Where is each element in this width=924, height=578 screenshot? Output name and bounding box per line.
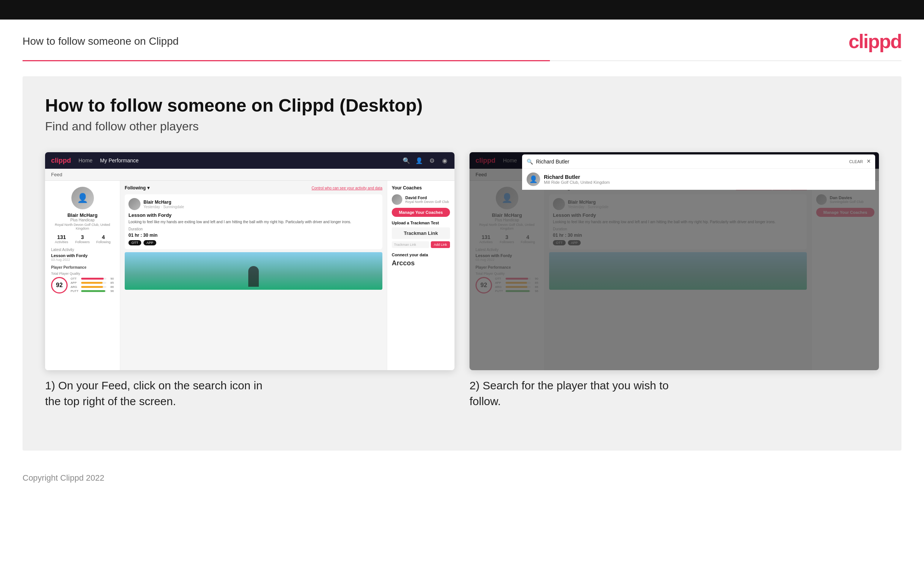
add-link-button[interactable]: Add Link (431, 241, 450, 248)
following-row: Following ▾ Control who can see your act… (125, 185, 382, 190)
profile-club: Royal North Devon Golf Club, United King… (51, 223, 114, 231)
control-link[interactable]: Control who can see your activity and da… (312, 186, 382, 190)
nav-my-performance[interactable]: My Performance (100, 157, 139, 164)
coach-info: David Ford Royal North Devon Golf Club (405, 195, 449, 204)
profile-avatar: 👤 (71, 187, 94, 209)
search-bar-overlay: 🔍 Richard Butler CLEAR × 👤 Richard Butle… (522, 154, 875, 190)
trackman-box: Trackman Link (392, 227, 450, 239)
coach-name: David Ford (405, 195, 449, 200)
search-icon-overlay: 🔍 (527, 159, 533, 165)
app-nav-1: clippd Home My Performance 🔍 👤 ⚙ ◉ (45, 152, 455, 169)
coach-avatar (392, 194, 402, 205)
search-icon[interactable]: 🔍 (403, 157, 410, 164)
post-tags: OTT APP (128, 240, 379, 245)
bar-app: APP 85 (71, 281, 114, 284)
result-club: Mill Ride Golf Club, United Kingdom (544, 180, 610, 185)
page-breadcrumb: How to follow someone on Clippd (23, 35, 179, 47)
connect-section: Connect your data Arccos (392, 253, 450, 267)
tpq-circle: 92 (51, 277, 68, 294)
arccos-brand: Arccos (392, 259, 450, 267)
mock-app-2: clippd Home My Performance 🔍 👤 ⚙ ◉ Feed … (469, 152, 879, 370)
bar-putt: PUTT 96 (71, 289, 114, 293)
feed-tab[interactable]: Feed (45, 169, 455, 181)
profile-stats: 131 Activities 3 Followers 4 Following (51, 234, 114, 244)
post-body: Looking to feel like my hands are exitin… (128, 219, 379, 225)
post-title: Lesson with Fordy (128, 212, 379, 218)
page-heading: How to follow someone on Clippd (Desktop… (45, 95, 879, 116)
activity-name: Lesson with Fordy (51, 253, 114, 258)
header-divider (23, 60, 901, 61)
app-main-1: Following ▾ Control who can see your act… (120, 181, 387, 370)
coach-item: David Ford Royal North Devon Golf Club (392, 194, 450, 205)
nav-icons: 🔍 👤 ⚙ ◉ (403, 157, 448, 164)
tpq-bars: OTT 90 APP 85 (71, 277, 114, 294)
screenshot-1-col: clippd Home My Performance 🔍 👤 ⚙ ◉ Feed (45, 152, 455, 409)
manage-coaches-button[interactable]: Manage Your Coaches (392, 208, 450, 217)
player-perf-label: Player Performance (51, 265, 114, 270)
nav-home[interactable]: Home (79, 157, 92, 164)
caption-2: 2) Search for the player that you wish t… (469, 378, 695, 409)
duration-value: 01 hr : 30 min (128, 233, 379, 238)
post-meta: Yesterday · Sunningdale (144, 205, 184, 209)
golfer-silhouette (248, 266, 259, 287)
footer: Copyright Clippd 2022 (0, 466, 924, 490)
tag-app: APP (144, 240, 156, 245)
screenshot-2-col: clippd Home My Performance 🔍 👤 ⚙ ◉ Feed … (469, 152, 879, 409)
upload-section: Upload a Trackman Test Trackman Link Tra… (392, 221, 450, 248)
profile-name: Blair McHarg (51, 212, 114, 218)
app-right-1: Your Coaches David Ford Royal North Devo… (387, 181, 455, 370)
coaches-title: Your Coaches (392, 185, 450, 190)
coach-club: Royal North Devon Golf Club (405, 200, 449, 204)
clippd-logo: clippd (848, 30, 901, 53)
post-avatar (128, 198, 141, 210)
copyright-text: Copyright Clippd 2022 (23, 473, 104, 482)
golf-image (125, 252, 382, 290)
stat-following: 4 Following (93, 234, 114, 244)
result-name: Richard Butler (544, 174, 610, 180)
app-body-1: 👤 Blair McHarg Plus Handicap Royal North… (45, 181, 455, 370)
upload-title: Upload a Trackman Test (392, 221, 450, 225)
activity-date: 03 Aug 2022 (51, 258, 114, 261)
trackman-input[interactable]: Trackman Link (392, 241, 429, 248)
result-info: Richard Butler Mill Ride Golf Club, Unit… (544, 174, 610, 185)
mock-app-1: clippd Home My Performance 🔍 👤 ⚙ ◉ Feed (45, 152, 455, 370)
trackman-input-row: Trackman Link Add Link (392, 241, 450, 248)
page-subheading: Find and follow other players (45, 120, 879, 133)
clear-button[interactable]: CLEAR (849, 159, 863, 164)
search-input-row: 🔍 Richard Butler CLEAR × (522, 154, 875, 169)
user-icon[interactable]: 👤 (416, 157, 423, 164)
profile-handicap: Plus Handicap (51, 218, 114, 222)
main-content: How to follow someone on Clippd (Desktop… (23, 76, 901, 451)
close-search-button[interactable]: × (867, 157, 871, 166)
post-card: Blair McHarg Yesterday · Sunningdale Les… (125, 194, 382, 249)
tag-ott: OTT (128, 240, 141, 245)
connect-title: Connect your data (392, 253, 450, 257)
bar-arg: ARG 86 (71, 285, 114, 289)
caption-1: 1) On your Feed, click on the search ico… (45, 378, 270, 409)
top-bar (0, 0, 924, 19)
search-input-value[interactable]: Richard Butler (536, 159, 849, 165)
app-nav-logo: clippd (51, 157, 71, 165)
stat-followers: 3 Followers (72, 234, 93, 244)
tpq-main: 92 OTT 90 APP (51, 277, 114, 294)
avatar-image: 👤 (71, 187, 94, 209)
settings-icon[interactable]: ⚙ (428, 157, 436, 164)
app-sidebar-1: 👤 Blair McHarg Plus Handicap Royal North… (45, 181, 120, 370)
post-header: Blair McHarg Yesterday · Sunningdale (128, 198, 379, 210)
player-perf-section: Player Performance Total Player Quality … (51, 265, 114, 294)
latest-activity-label: Latest Activity (51, 248, 114, 252)
search-result-item[interactable]: 👤 Richard Butler Mill Ride Golf Club, Un… (522, 169, 875, 190)
duration-label: Duration (128, 227, 379, 231)
following-button[interactable]: Following ▾ (125, 185, 149, 190)
result-avatar: 👤 (527, 172, 540, 186)
stat-activities: 131 Activities (51, 234, 72, 244)
avatar-icon[interactable]: ◉ (441, 157, 448, 164)
tpq-label: Total Player Quality (51, 272, 114, 276)
bar-ott: OTT 90 (71, 277, 114, 280)
screenshots-row: clippd Home My Performance 🔍 👤 ⚙ ◉ Feed (45, 152, 879, 409)
post-username: Blair McHarg (144, 200, 184, 205)
post-user-info: Blair McHarg Yesterday · Sunningdale (144, 200, 184, 209)
header: How to follow someone on Clippd clippd (0, 19, 924, 60)
